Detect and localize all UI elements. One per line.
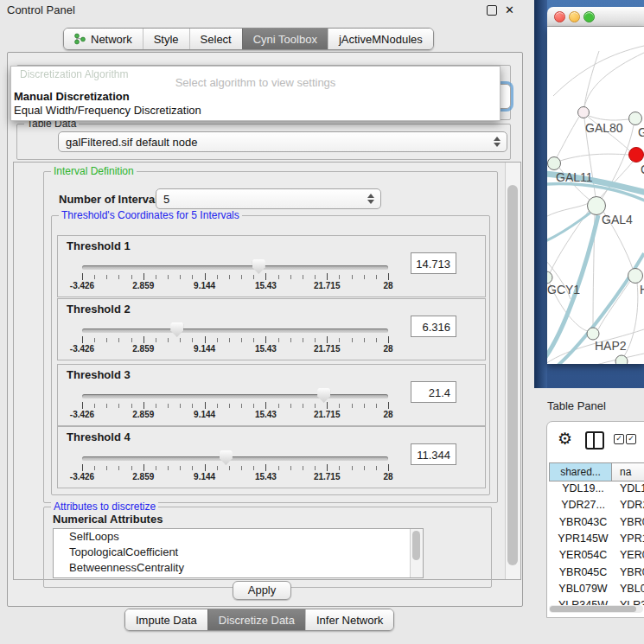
network-node-label: GAL4 (602, 213, 633, 226)
numerical-attributes-heading: Numerical Attributes (53, 513, 163, 526)
slider-tick-label: 21.715 (314, 344, 341, 354)
table-cell-shared-name[interactable]: YBL079W (552, 583, 614, 595)
gear-icon[interactable]: ⚙ (558, 430, 572, 447)
slider-thumb[interactable] (220, 450, 233, 465)
threshold-4-value-field[interactable]: 11.344 (411, 443, 456, 465)
table-row[interactable]: YBL079WYBL0 (549, 583, 644, 599)
network-node[interactable] (629, 112, 642, 125)
table-cell-shared-name[interactable]: YBR043C (552, 516, 614, 528)
threshold-1-slider[interactable]: -3.4262.8599.14415.4321.71528 (82, 260, 390, 291)
slider-thumb[interactable] (252, 259, 265, 274)
network-node-label: C (641, 163, 644, 176)
close-icon[interactable]: ✕ (505, 4, 514, 16)
slider-major-tick (82, 402, 83, 409)
table-cell-name[interactable]: YBL0 (620, 583, 644, 595)
slider-track[interactable] (82, 328, 388, 333)
slider-major-tick (388, 273, 389, 280)
network-canvas[interactable]: GAL80GCGAL11GAL4GCY1HHAP2 (547, 27, 644, 364)
minimize-traffic-light[interactable] (569, 11, 580, 22)
threshold-3-value-field[interactable]: 21.4 (411, 381, 456, 403)
slider-major-tick (327, 464, 328, 471)
slider-tick-label: -3.426 (70, 410, 94, 419)
table-cell-name[interactable]: YDL1 (620, 482, 644, 494)
table-row[interactable]: YBR045CYBR0 (549, 566, 644, 583)
close-traffic-light[interactable] (554, 11, 565, 22)
table-cell-shared-name[interactable]: YLR345W (552, 599, 614, 605)
column-header-name[interactable]: na (611, 462, 644, 481)
network-node[interactable] (615, 355, 628, 364)
network-node[interactable] (547, 271, 552, 284)
table-row[interactable]: YPR145WYPR1 (549, 532, 644, 549)
tab-discretize-data[interactable]: Discretize Data (207, 609, 305, 630)
slider-tick-label: 15.43 (255, 344, 277, 354)
network-node[interactable] (629, 148, 644, 163)
tab-select[interactable]: Select (189, 29, 242, 49)
number-of-intervals-combo[interactable]: 5 (156, 188, 381, 209)
threshold-3-slider[interactable]: -3.4262.8599.14415.4321.71528 (82, 389, 390, 420)
popup-option-manual-discretization[interactable]: Manual Discretization (14, 90, 130, 103)
list-item[interactable]: SelfLoops (54, 529, 423, 545)
slider-thumb[interactable] (317, 388, 330, 403)
table-cell-shared-name[interactable]: YBR045C (552, 566, 614, 578)
column-header-shared-name[interactable]: shared... (549, 462, 612, 481)
table-cell-name[interactable]: YBR0 (620, 516, 644, 528)
tab-infer-network[interactable]: Infer Network (305, 609, 393, 630)
network-node[interactable] (548, 157, 561, 170)
popup-option-equal-width-frequency[interactable]: Equal Width/Frequency Discretization (14, 104, 201, 117)
table-row[interactable]: YLR345WYLR3 (549, 599, 644, 605)
desktop-edge (534, 0, 547, 388)
threshold-2-box: Threshold 2 -3.4262.8599.14415.4321.7152… (57, 298, 486, 360)
table-horizontal-scrollbar[interactable] (549, 605, 643, 613)
tab-style[interactable]: Style (143, 29, 189, 49)
tab-impute-data[interactable]: Impute Data (125, 609, 207, 630)
table-cell-name[interactable]: YBR0 (620, 566, 644, 578)
slider-track[interactable] (82, 265, 388, 270)
table-cell-name[interactable]: YLR3 (620, 599, 644, 605)
network-node[interactable] (628, 269, 643, 284)
table-cell-shared-name[interactable]: YDR27... (552, 499, 614, 511)
list-item[interactable]: BetweennessCentrality (54, 560, 423, 576)
apply-button[interactable]: Apply (233, 581, 291, 600)
slider-major-tick (265, 464, 266, 471)
float-window-icon[interactable] (487, 5, 497, 16)
tab-cyni-toolbox[interactable]: Cyni Toolbox (242, 29, 328, 49)
table-cell-name[interactable]: YER0 (620, 549, 644, 561)
network-node[interactable] (587, 328, 599, 340)
slider-thumb[interactable] (170, 322, 183, 337)
network-window-titlebar[interactable] (547, 7, 644, 27)
table-row[interactable]: YBR043CYBR0 (549, 516, 644, 532)
table-row[interactable]: YER054CYER0 (549, 549, 644, 565)
tab-network[interactable]: Network (64, 29, 143, 49)
slider-major-tick (82, 273, 83, 280)
network-node[interactable] (578, 107, 590, 118)
settings-scrollbar[interactable] (505, 163, 520, 579)
table-cell-shared-name[interactable]: YDL19... (552, 482, 614, 494)
table-row[interactable]: YDR27...YDR2 (549, 499, 644, 515)
settings-scrollbar-thumb[interactable] (507, 185, 518, 565)
threshold-4-slider[interactable]: -3.4262.8599.14415.4321.71528 (82, 451, 390, 482)
list-item[interactable]: TopologicalCoefficient (54, 545, 423, 560)
list-scrollbar[interactable] (410, 529, 423, 577)
slider-track[interactable] (82, 394, 388, 399)
tab-jactivemnodules[interactable]: jActiveMNodules (328, 29, 433, 49)
list-scrollbar-thumb[interactable] (412, 531, 420, 560)
table-cell-shared-name[interactable]: YPR145W (552, 532, 614, 545)
threshold-2-value-field[interactable]: 6.316 (411, 316, 456, 337)
threshold-1-value-field[interactable]: 14.713 (411, 252, 456, 274)
select-all-checkbox-icon[interactable]: ✓ (614, 434, 624, 444)
slider-tick-label: 28 (383, 281, 392, 290)
slider-major-tick (205, 402, 206, 409)
table-horizontal-scrollbar-thumb[interactable] (550, 606, 636, 612)
slider-track[interactable] (82, 456, 388, 461)
table-cell-shared-name[interactable]: YER054C (552, 549, 614, 561)
table-row[interactable]: YDL19...YDL1 (549, 482, 644, 499)
slider-major-tick (327, 336, 328, 343)
zoom-traffic-light[interactable] (583, 11, 595, 22)
table-cell-name[interactable]: YDR2 (620, 499, 644, 511)
table-data-combo[interactable]: galFiltered.sif default node (58, 131, 507, 152)
column-chooser-icon[interactable] (585, 431, 604, 450)
slider-tick-label: -3.426 (70, 472, 94, 481)
threshold-2-slider[interactable]: -3.4262.8599.14415.4321.71528 (82, 323, 390, 354)
table-cell-name[interactable]: YPR1 (620, 532, 644, 545)
deselect-all-checkbox-icon[interactable]: ✓ (626, 434, 636, 444)
